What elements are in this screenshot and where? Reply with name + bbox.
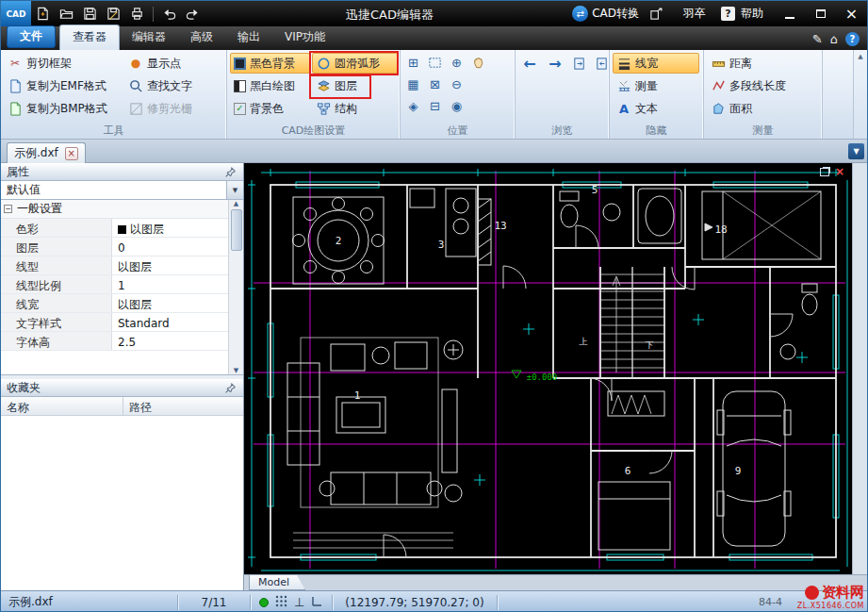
back-icon[interactable]: ← xyxy=(518,53,541,74)
pan-hand-icon[interactable] xyxy=(468,53,488,73)
scroll-up-icon[interactable]: ▲ xyxy=(234,200,238,207)
document-tab-close-icon[interactable]: × xyxy=(65,147,78,160)
find-text-button[interactable]: 查找文字 xyxy=(124,75,222,96)
collapse-icon[interactable]: − xyxy=(4,205,12,213)
arc-icon xyxy=(316,56,331,71)
copy-emf-button[interactable]: 复制为EMF格式 xyxy=(4,75,123,96)
combo-dropdown-icon[interactable]: ▼ xyxy=(226,181,243,199)
ribbon-help-icon[interactable]: ? xyxy=(845,32,860,46)
trim-raster-button[interactable]: 修剪光栅 xyxy=(124,98,222,119)
rotate-view-icon[interactable]: ◈ xyxy=(403,96,423,116)
show-points-button[interactable]: ●显示点 xyxy=(124,53,222,74)
dimension-lines-layer xyxy=(248,169,847,571)
forward-icon[interactable]: → xyxy=(544,53,566,74)
tab-editor[interactable]: 编辑器 xyxy=(120,25,178,50)
status-separator xyxy=(177,595,178,610)
tab-viewer[interactable]: 查看器 xyxy=(59,25,120,50)
property-row[interactable]: 字体高2.5 xyxy=(1,332,228,351)
tab-list-dropdown-icon[interactable]: ▼ xyxy=(848,143,864,159)
zoom-out-icon[interactable]: ⊖ xyxy=(447,74,467,94)
document-tab-label: 示例.dxf xyxy=(14,145,58,161)
save-as-icon[interactable] xyxy=(102,3,125,25)
prev-view-icon[interactable] xyxy=(569,54,589,74)
group-title-measure: 测量 xyxy=(704,124,822,138)
property-row[interactable]: 线型比例1 xyxy=(1,275,228,294)
black-background-toggle[interactable]: 黑色背景 xyxy=(230,53,310,74)
property-group-row[interactable]: − 一般设置 xyxy=(1,200,228,219)
document-tab[interactable]: 示例.dxf × xyxy=(7,142,86,163)
help-icon[interactable]: ? xyxy=(721,7,735,21)
cad-convert-button[interactable]: ⇄ CAD转换 xyxy=(572,6,639,22)
grid-toggle-icon[interactable] xyxy=(275,595,287,610)
zoom-in-icon[interactable]: ⊕ xyxy=(447,53,467,73)
new-file-icon[interactable] xyxy=(31,3,55,25)
edit-pencil-icon[interactable]: ✎ xyxy=(812,32,823,46)
close-button[interactable]: × xyxy=(839,4,864,24)
zoom-extents-icon[interactable]: ⊠ xyxy=(425,74,445,94)
mdi-restore-icon[interactable] xyxy=(820,168,829,176)
tab-output[interactable]: 输出 xyxy=(225,25,272,50)
clip-frame-button[interactable]: ✂剪切框架 xyxy=(4,53,123,74)
save-icon[interactable] xyxy=(78,3,102,25)
snap-toggle-icon[interactable] xyxy=(259,598,269,607)
property-row[interactable]: 色彩以图层 xyxy=(1,219,228,238)
toolbar-separator xyxy=(153,7,154,22)
ribbon-collapse-strip[interactable]: ▲ xyxy=(853,50,867,139)
pin-icon[interactable] xyxy=(224,382,237,395)
zoom-all-icon[interactable]: ◉ xyxy=(447,96,467,116)
polar-toggle-icon[interactable] xyxy=(311,595,323,610)
property-row[interactable]: 文字样式Standard xyxy=(1,313,228,332)
floor-plan-drawing[interactable]: ±0.000 1 2 3 5 6 9 13 18 上 下 xyxy=(244,163,852,574)
home-icon[interactable]: ⌂ xyxy=(830,32,838,46)
property-grid-scrollbar[interactable]: ▲ ▼ xyxy=(228,200,243,374)
property-row[interactable]: 线型以图层 xyxy=(1,256,228,275)
column-header-name[interactable]: 名称 xyxy=(1,397,123,416)
view-paste-icon[interactable]: ▦ xyxy=(403,74,423,94)
text-toggle[interactable]: A文本 xyxy=(613,98,699,119)
polyline-length-button[interactable]: 多段线长度 xyxy=(707,75,818,96)
background-color-button[interactable]: ✓背景色 xyxy=(230,98,310,119)
undo-icon[interactable] xyxy=(157,3,181,25)
maximize-button[interactable] xyxy=(808,4,833,24)
room-label: 6 xyxy=(625,465,631,477)
tab-file[interactable]: 文件 xyxy=(7,25,56,48)
favorites-list[interactable] xyxy=(1,416,243,590)
watermark-name: 资料网 xyxy=(822,584,864,602)
distance-button[interactable]: 距离 xyxy=(707,53,818,74)
scroll-thumb[interactable] xyxy=(231,209,242,251)
pin-icon[interactable] xyxy=(224,166,237,179)
measure-toggle[interactable]: 测量 xyxy=(613,75,699,96)
open-folder-icon[interactable] xyxy=(55,3,78,25)
area-icon xyxy=(711,101,726,116)
ortho-toggle-icon[interactable]: ⊥ xyxy=(294,595,304,609)
minimize-button[interactable] xyxy=(777,4,802,24)
model-tab[interactable]: Model xyxy=(249,575,305,590)
area-button[interactable]: 面积 xyxy=(707,98,818,119)
user-name[interactable]: 羽卒 xyxy=(683,6,706,22)
origin-icon[interactable]: ⊟ xyxy=(425,96,445,116)
structure-button[interactable]: 结构 xyxy=(312,98,398,119)
view-copy-icon[interactable]: ⊞ xyxy=(403,53,423,73)
print-icon[interactable] xyxy=(125,3,149,25)
smooth-arc-toggle[interactable]: 圆滑弧形 xyxy=(312,53,398,74)
bw-drawing-toggle[interactable]: 黑白绘图 xyxy=(230,75,310,96)
tab-vip[interactable]: VIP功能 xyxy=(272,25,337,50)
next-view-icon[interactable] xyxy=(592,54,612,74)
mdi-close-icon[interactable]: × xyxy=(835,167,844,176)
property-row[interactable]: 线宽以图层 xyxy=(1,294,228,313)
copy-bmp-button[interactable]: 复制为BMP格式 xyxy=(4,98,123,119)
help-label[interactable]: 帮助 xyxy=(741,6,763,22)
scroll-down-icon[interactable]: ▼ xyxy=(234,367,238,374)
zoom-window-icon[interactable] xyxy=(425,53,445,73)
preset-combobox[interactable]: 默认值 ▼ xyxy=(1,181,243,200)
tab-advanced[interactable]: 高级 xyxy=(178,25,225,50)
property-row[interactable]: 图层0 xyxy=(1,238,228,256)
vertical-scrollbar-track[interactable] xyxy=(852,163,868,574)
drawing-canvas[interactable]: ±0.000 1 2 3 5 6 9 13 18 上 下 × xyxy=(244,163,852,574)
lineweight-toggle[interactable]: 线宽 xyxy=(613,53,699,74)
converter-icon[interactable] xyxy=(645,3,668,25)
redo-icon[interactable] xyxy=(181,3,205,25)
column-header-path[interactable]: 路径 xyxy=(123,397,243,416)
text-a-icon: A xyxy=(616,101,631,116)
layers-button[interactable]: 图层 xyxy=(312,75,398,96)
